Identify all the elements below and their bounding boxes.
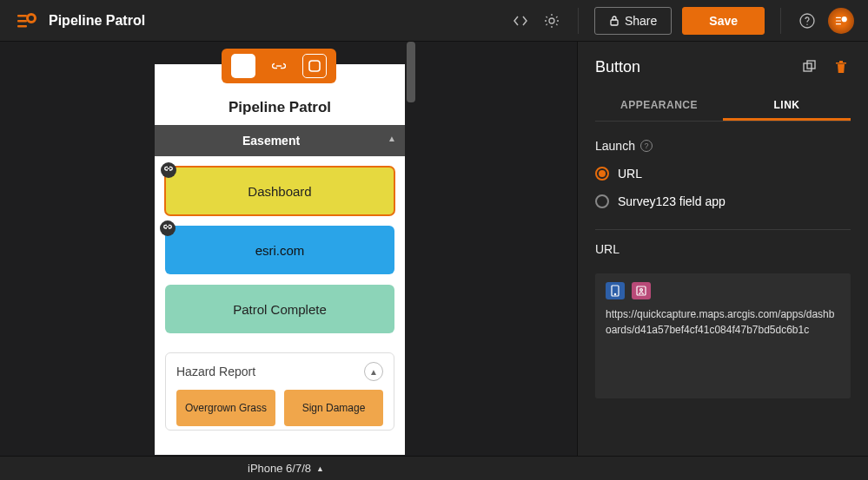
hazard-report-card: Hazard Report ▲ Overgrown Grass Sign Dam…	[165, 352, 394, 431]
device-preview: Pipeline Patrol Easement ▲ Dashboard esr…	[155, 64, 405, 455]
link-badge-icon	[160, 220, 176, 236]
svg-rect-8	[836, 20, 841, 21]
device-picker[interactable]: iPhone 6/7/8 ▲	[0, 456, 868, 480]
project-var-icon[interactable]	[632, 282, 651, 299]
tile-dashboard[interactable]: Dashboard	[165, 167, 394, 215]
settings-gear-icon[interactable]	[541, 10, 562, 31]
svg-point-10	[842, 16, 847, 22]
tile-sign-damage[interactable]: Sign Damage	[284, 390, 383, 426]
device-var-icon[interactable]	[606, 282, 625, 299]
url-input[interactable]: https://quickcapture.maps.arcgis.com/app…	[595, 273, 851, 398]
svg-rect-4	[611, 20, 618, 25]
svg-rect-0	[17, 15, 27, 17]
duplicate-icon[interactable]	[800, 57, 819, 76]
radio-option-url[interactable]: URL	[595, 167, 851, 181]
help-icon[interactable]	[797, 10, 818, 31]
svg-rect-1	[17, 20, 27, 23]
panel-tabs: APPEARANCE LINK	[595, 92, 851, 122]
app-logo-icon	[14, 9, 38, 33]
delete-icon[interactable]	[832, 57, 851, 76]
project-title: Pipeline Patrol	[49, 13, 145, 29]
hazard-title: Hazard Report	[176, 365, 255, 378]
info-icon[interactable]: ?	[640, 140, 653, 152]
selection-toolbar	[222, 49, 336, 83]
properties-panel: Button APPEARANCE LINK Launch ? URL Surv…	[577, 42, 868, 456]
user-avatar[interactable]	[828, 8, 854, 34]
lock-icon	[609, 15, 620, 27]
app-header: Pipeline Patrol Share Save	[0, 0, 868, 42]
preview-scrollbar-thumb[interactable]	[407, 42, 415, 102]
device-label: iPhone 6/7/8	[248, 462, 311, 475]
save-label: Save	[709, 14, 738, 28]
header-divider	[578, 8, 579, 34]
chevron-up-icon: ▲	[388, 134, 396, 143]
caret-up-icon: ▲	[316, 464, 324, 473]
svg-rect-2	[17, 25, 27, 28]
svg-point-15	[614, 293, 615, 294]
tool-link-icon[interactable]	[267, 54, 291, 78]
section-header-easement[interactable]: Easement ▲	[155, 125, 405, 156]
share-button[interactable]: Share	[594, 7, 672, 35]
radio-icon	[595, 194, 609, 208]
svg-point-3	[549, 18, 554, 23]
panel-title: Button	[595, 58, 788, 76]
header-divider-2	[780, 8, 781, 34]
svg-point-17	[640, 289, 643, 292]
url-value: https://quickcapture.maps.arcgis.com/app…	[606, 308, 834, 336]
svg-rect-7	[836, 16, 841, 17]
chevron-up-icon[interactable]: ▲	[364, 362, 383, 381]
separator	[595, 229, 851, 230]
tile-overgrown-grass[interactable]: Overgrown Grass	[176, 390, 275, 426]
link-badge-icon	[161, 162, 176, 178]
tile-patrol-complete[interactable]: Patrol Complete	[165, 285, 394, 333]
svg-rect-9	[836, 23, 841, 24]
save-button[interactable]: Save	[682, 7, 765, 35]
tab-link[interactable]: LINK	[723, 92, 851, 121]
tab-appearance[interactable]: APPEARANCE	[595, 92, 723, 121]
tool-shape-icon[interactable]	[302, 54, 327, 78]
tool-fill-icon[interactable]	[231, 54, 255, 78]
canvas-pane: Pipeline Patrol Easement ▲ Dashboard esr…	[0, 42, 577, 456]
svg-rect-11	[309, 61, 320, 71]
preview-scrollbar-track	[407, 42, 415, 456]
code-view-icon[interactable]	[510, 10, 531, 31]
launch-label: Launch ?	[595, 139, 851, 153]
radio-option-survey123[interactable]: Survey123 field app	[595, 194, 851, 208]
radio-icon	[595, 167, 609, 181]
tile-esri[interactable]: esri.com	[165, 226, 394, 274]
share-label: Share	[625, 14, 657, 28]
url-label: URL	[595, 242, 851, 256]
svg-point-6	[806, 23, 807, 24]
